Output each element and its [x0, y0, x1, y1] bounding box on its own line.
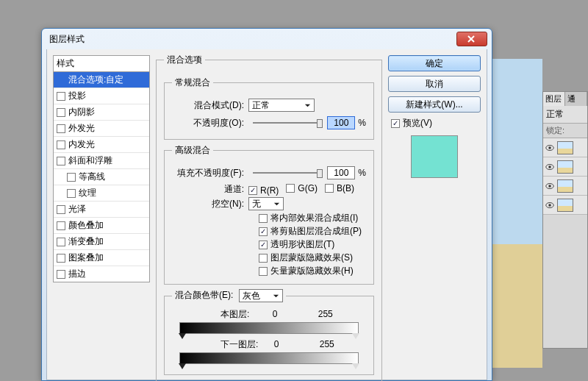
layer-thumb [557, 141, 573, 154]
blend-mode-value: 正常 [252, 99, 270, 112]
channel-checkbox[interactable] [325, 184, 334, 193]
fill-opacity-label: 填充不透明度(F): [172, 167, 248, 179]
under-layer-high: 255 [320, 339, 334, 349]
this-layer-gradient[interactable] [179, 322, 359, 334]
blendif-select[interactable]: 灰色 [239, 289, 283, 302]
layers-blend-mode[interactable]: 正常 [543, 106, 587, 124]
opacity-slider[interactable] [253, 118, 323, 128]
style-label: 内阴影 [68, 106, 95, 118]
style-checkbox[interactable] [57, 270, 65, 279]
layers-tab[interactable]: 图层 [543, 92, 565, 106]
knockout-label: 挖空(N): [172, 198, 248, 210]
channels-row: R(R)G(G)B(B) [248, 183, 362, 196]
style-label: 描边 [68, 268, 86, 280]
style-checkbox[interactable] [57, 221, 65, 230]
style-checkbox[interactable] [57, 140, 65, 149]
channel-checkbox[interactable] [286, 184, 295, 193]
visibility-icon[interactable] [545, 162, 555, 172]
knockout-select[interactable]: 无 [248, 197, 284, 210]
advanced-options: 将内部效果混合成组(I)将剪贴图层混合成组(P)透明形状图层(T)图层蒙版隐藏效… [259, 212, 366, 277]
style-checkbox[interactable] [57, 92, 65, 101]
style-label: 纹理 [79, 187, 96, 199]
layer-row[interactable] [543, 157, 587, 177]
style-label: 投影 [68, 90, 86, 102]
style-item[interactable]: 外发光 [54, 121, 149, 137]
style-checkbox[interactable] [57, 124, 65, 133]
chevron-down-icon [273, 293, 279, 299]
style-checkbox[interactable] [57, 238, 65, 246]
new-style-button[interactable]: 新建样式(W)... [388, 96, 481, 113]
style-item[interactable]: 渐变叠加 [54, 234, 149, 250]
under-layer-gradient[interactable] [179, 352, 359, 364]
chevron-down-icon [304, 102, 311, 109]
option-label: 图层蒙版隐藏效果(S) [270, 252, 353, 264]
preview-swatch [411, 135, 458, 178]
style-item[interactable]: 混合选项:自定 [54, 72, 149, 88]
style-item[interactable]: 斜面和浮雕 [54, 153, 149, 169]
fill-opacity-slider[interactable] [253, 168, 323, 178]
blend-options-legend: 混合选项 [164, 54, 205, 66]
svg-point-3 [548, 165, 551, 168]
blendif-group: 混合颜色带(E): 灰色 本图层: 0 255 下一图层: 0 255 [164, 289, 374, 375]
style-checkbox[interactable] [67, 173, 76, 182]
style-item[interactable]: 内阴影 [54, 104, 149, 121]
style-checkbox[interactable] [67, 189, 76, 198]
advanced-blend-legend: 高级混合 [172, 144, 213, 157]
close-icon [467, 35, 476, 43]
option-checkbox[interactable] [259, 267, 268, 276]
option-checkbox[interactable] [259, 254, 268, 263]
style-item[interactable]: 光泽 [54, 202, 149, 218]
layer-thumb [557, 179, 573, 193]
option-checkbox[interactable] [259, 241, 268, 249]
svg-point-1 [548, 146, 551, 149]
visibility-icon[interactable] [545, 181, 555, 191]
layer-row[interactable] [543, 138, 587, 157]
style-item[interactable]: 描边 [54, 266, 149, 282]
ok-button[interactable]: 确定 [388, 55, 481, 71]
styles-list: 混合选项:自定投影内阴影外发光内发光斜面和浮雕等高线纹理光泽颜色叠加渐变叠加图案… [53, 72, 150, 282]
canvas-backdrop [484, 59, 542, 368]
layers-lock-row: 锁定: [543, 124, 587, 138]
style-checkbox[interactable] [57, 157, 65, 165]
style-item[interactable]: 颜色叠加 [54, 218, 149, 234]
channels-label: 通道: [172, 183, 248, 196]
option-checkbox[interactable] [259, 227, 268, 236]
style-checkbox[interactable] [57, 205, 65, 214]
style-item[interactable]: 图案叠加 [54, 250, 149, 266]
styles-header: 样式 [53, 55, 150, 72]
channels-tab[interactable]: 通 [565, 92, 587, 106]
this-layer-high: 255 [318, 309, 333, 319]
style-label: 颜色叠加 [68, 219, 104, 232]
style-item[interactable]: 内发光 [54, 137, 149, 153]
option-label: 透明形状图层(T) [270, 238, 334, 251]
general-blend-group: 常规混合 混合模式(D): 正常 不透明度(O): % [164, 76, 374, 140]
opacity-input[interactable] [327, 116, 355, 129]
layer-row[interactable] [543, 177, 587, 196]
advanced-blend-group: 高级混合 填充不透明度(F): % 通道: R(R)G(G)B(B) 挖空(N)… [164, 144, 374, 285]
style-label: 等高线 [79, 171, 105, 183]
preview-checkbox[interactable] [391, 119, 400, 128]
blend-mode-label: 混合模式(D): [172, 99, 248, 112]
visibility-icon[interactable] [545, 200, 555, 210]
style-label: 内发光 [68, 138, 95, 151]
style-item[interactable]: 投影 [54, 88, 149, 104]
blend-mode-select[interactable]: 正常 [248, 99, 315, 112]
layer-row[interactable] [543, 196, 587, 215]
option-label: 将内部效果混合成组(I) [270, 212, 358, 224]
option-checkbox[interactable] [259, 214, 268, 223]
dialog-title: 图层样式 [49, 33, 456, 46]
visibility-icon[interactable] [545, 143, 555, 153]
style-label: 混合选项:自定 [68, 74, 123, 86]
style-label: 光泽 [68, 203, 86, 216]
style-checkbox[interactable] [57, 254, 65, 263]
style-item[interactable]: 纹理 [54, 185, 149, 202]
layers-panel: 图层 通 正常 锁定: [542, 91, 588, 349]
cancel-button[interactable]: 取消 [388, 76, 481, 92]
blendif-select-value: 灰色 [243, 290, 260, 302]
channel-checkbox[interactable] [248, 186, 257, 195]
style-checkbox[interactable] [57, 108, 65, 117]
this-layer-low: 0 [273, 309, 278, 319]
style-item[interactable]: 等高线 [54, 169, 149, 185]
close-button[interactable] [456, 32, 487, 46]
fill-opacity-input[interactable] [327, 166, 355, 179]
